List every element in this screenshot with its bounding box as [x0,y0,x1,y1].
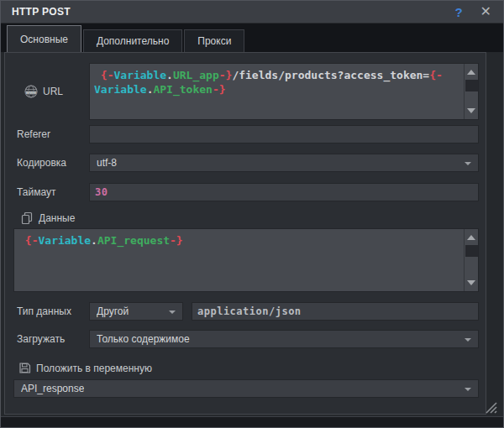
resize-grip[interactable] [483,399,497,414]
tab-bar: Основные Дополнительно Прокси [1,23,503,52]
output-variable-label: Положить в переменную [36,363,152,374]
http-post-dialog: HTTP POST ? ✕ Основные Дополнительно Про… [0,0,504,428]
timeout-label: Таймаут [17,186,55,198]
tab-proxy-label: Прокси [197,35,231,47]
chevron-down-icon [465,162,471,165]
content-type-input[interactable] [192,302,479,321]
tab-panel-main: www URL {-Variable.URL_app-}/fields/prod… [4,52,486,415]
encoding-row: Кодировка utf-8 [13,154,479,172]
output-variable-select[interactable]: API_response [13,379,479,398]
referer-row: Referer [13,125,479,144]
dialog-title: HTTP POST [12,6,71,18]
scroll-down-icon[interactable] [465,104,478,117]
data-type-select[interactable]: Другой [89,302,183,321]
globe-www-icon: www [24,84,39,99]
scroll-up-icon[interactable] [465,231,478,244]
save-floppy-icon [18,362,31,374]
close-icon[interactable]: ✕ [480,5,491,18]
encoding-label: Кодировка [17,157,66,169]
chevron-down-icon [465,388,471,391]
encoding-select[interactable]: utf-8 [89,154,479,172]
data-code-text: {-Variable.API_request-} [14,229,370,248]
data-scrollbar[interactable] [464,229,478,291]
scrollbar-thumb[interactable] [465,80,478,91]
output-section-header: Положить в переменную [13,362,479,374]
load-mode-value: Только содержимое [97,333,190,345]
load-mode-label: Загружать [17,333,65,345]
tab-proxy[interactable]: Прокси [184,29,244,52]
load-mode-select[interactable]: Только содержимое [89,330,479,348]
url-textarea[interactable]: {-Variable.URL_app-}/fields/products?acc… [89,63,479,120]
data-label: Данные [39,212,75,224]
title-bar[interactable]: HTTP POST ? ✕ [1,1,503,23]
url-code-text: {-Variable.URL_app-}/fields/products?acc… [90,64,446,97]
url-scrollbar[interactable] [464,64,478,119]
data-section-header: Данные [13,211,479,225]
scroll-down-icon[interactable] [465,276,478,290]
referer-input[interactable] [89,125,479,144]
timeout-row: Таймаут [13,183,479,201]
url-row: www URL {-Variable.URL_app-}/fields/prod… [13,63,479,120]
chevron-down-icon [465,338,471,342]
data-textarea[interactable]: {-Variable.API_request-} [13,228,479,292]
chevron-down-icon [169,311,176,314]
tab-advanced-label: Дополнительно [97,35,169,47]
copy-pages-icon [20,211,34,225]
scroll-up-icon[interactable] [465,65,478,79]
svg-text:www: www [25,90,37,95]
tab-main-label: Основные [20,34,68,45]
tab-main[interactable]: Основные [7,25,81,52]
url-label: URL [43,86,63,97]
help-icon[interactable]: ? [454,6,462,18]
url-label-col: www URL [13,84,89,99]
data-type-value: Другой [97,305,129,317]
scrollbar-thumb[interactable] [465,245,478,257]
data-type-row: Тип данных Другой [13,302,479,321]
tab-advanced[interactable]: Дополнительно [83,29,182,52]
output-variable-value: API_response [21,383,84,394]
referer-label: Referer [17,128,50,140]
encoding-value: utf-8 [97,157,117,169]
data-type-label: Тип данных [17,305,71,317]
load-mode-row: Загружать Только содержимое [13,330,479,348]
timeout-input[interactable] [89,183,479,201]
window-footer [1,416,503,427]
